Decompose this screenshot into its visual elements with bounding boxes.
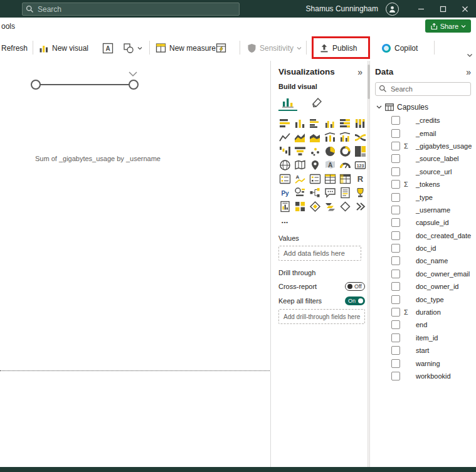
visual-type-qa-visual-icon[interactable] xyxy=(324,186,336,199)
search-input[interactable] xyxy=(36,3,233,15)
field-checkbox[interactable] xyxy=(391,193,400,202)
field-row-start[interactable]: start xyxy=(375,344,471,357)
field-row-_type[interactable]: _type xyxy=(375,191,471,203)
field-row-doc_owner_id[interactable]: doc_owner_id xyxy=(375,280,471,293)
field-row-_tokens[interactable]: Σ_tokens xyxy=(375,178,471,191)
field-checkbox[interactable] xyxy=(391,154,400,163)
visual-type-stacked-column-chart-icon[interactable] xyxy=(294,117,306,130)
visual-type-multi-row-card-icon[interactable] xyxy=(278,172,291,185)
field-checkbox[interactable] xyxy=(391,256,400,265)
user-avatar[interactable] xyxy=(386,3,399,16)
tab-format-visual[interactable] xyxy=(307,94,326,111)
visual-type-100-stacked-column-chart-icon[interactable] xyxy=(354,117,366,130)
field-checkbox[interactable] xyxy=(391,206,400,214)
visual-type-custom-visual-1-icon[interactable] xyxy=(339,200,351,212)
field-checkbox[interactable] xyxy=(391,129,400,138)
visual-type-key-influencers-icon[interactable] xyxy=(294,186,306,199)
visual-type-donut-chart-icon[interactable] xyxy=(339,145,351,157)
close-button[interactable] xyxy=(454,0,476,18)
collapse-visualizations-pane-icon[interactable]: » xyxy=(357,68,362,76)
visual-type-slicer-icon[interactable] xyxy=(309,172,321,185)
data-search-input[interactable] xyxy=(375,82,471,96)
visual-type-arcgis-map-icon[interactable] xyxy=(294,200,306,212)
field-row-workbookid[interactable]: workbookid xyxy=(375,370,471,382)
visual-type-power-automate-icon[interactable] xyxy=(324,200,336,212)
field-checkbox[interactable] xyxy=(391,372,400,380)
report-canvas[interactable]: Sum of _gigabytes_usage by _username xyxy=(0,61,271,467)
field-row-_email[interactable]: _email xyxy=(375,127,471,139)
visual-type-azure-map-icon[interactable]: A xyxy=(324,159,336,171)
field-checkbox[interactable] xyxy=(391,244,400,253)
new-measure-button[interactable]: New measure xyxy=(156,35,216,61)
keep-all-filters-toggle[interactable]: On xyxy=(345,296,365,305)
text-box-button[interactable]: A xyxy=(102,35,114,61)
field-checkbox[interactable] xyxy=(391,320,400,329)
visual-type-smart-narrative-icon[interactable] xyxy=(339,186,351,199)
refresh-button[interactable]: Refresh xyxy=(1,35,28,61)
field-row-_username[interactable]: _username xyxy=(375,204,471,216)
visual-type-matrix-icon[interactable] xyxy=(339,172,351,185)
quick-measure-button[interactable] xyxy=(216,35,226,61)
maximize-button[interactable] xyxy=(432,0,454,18)
visual-type-funnel-chart-icon[interactable] xyxy=(294,145,306,157)
visual-type-100-stacked-bar-chart-icon[interactable] xyxy=(339,117,351,130)
values-dropzone[interactable]: Add data fields here xyxy=(278,246,361,261)
collapse-data-pane-icon[interactable]: » xyxy=(466,68,471,76)
field-checkbox[interactable] xyxy=(391,346,400,355)
field-checkbox[interactable] xyxy=(391,308,400,317)
field-row-_source_url[interactable]: _source_url xyxy=(375,165,471,178)
field-checkbox[interactable] xyxy=(391,218,400,227)
visual-type-area-chart-icon[interactable] xyxy=(294,131,306,144)
field-row-warning[interactable]: warning xyxy=(375,357,471,369)
visual-type-metrics-icon[interactable] xyxy=(354,186,366,199)
visual-type-pie-chart-icon[interactable] xyxy=(324,145,336,157)
visual-type-line-clustered-column-chart-icon[interactable] xyxy=(339,131,351,144)
field-checkbox[interactable] xyxy=(391,333,400,342)
visual-type-shape-map-icon[interactable] xyxy=(309,159,321,171)
table-node-capsules[interactable]: Capsules xyxy=(375,103,471,112)
field-row-_source_label[interactable]: _source_label xyxy=(375,152,471,165)
visual-type-clustered-bar-chart-icon[interactable] xyxy=(309,117,321,130)
copilot-button[interactable]: Copilot xyxy=(381,35,418,61)
cross-report-toggle[interactable]: Off xyxy=(345,282,365,291)
visual-type-scatter-chart-icon[interactable] xyxy=(309,145,321,157)
publish-button[interactable]: Publish xyxy=(319,35,357,61)
field-checkbox[interactable] xyxy=(391,180,400,189)
shapes-button[interactable] xyxy=(123,35,142,61)
more-visuals-icon[interactable]: ... xyxy=(278,214,291,226)
global-search-box[interactable] xyxy=(22,3,240,16)
field-checkbox[interactable] xyxy=(391,116,400,125)
data-search-box[interactable] xyxy=(375,82,471,96)
visual-type-power-apps-icon[interactable] xyxy=(309,200,321,212)
sensitivity-button[interactable]: Sensitivity xyxy=(247,35,302,61)
field-checkbox[interactable] xyxy=(391,282,400,291)
field-row-doc_owner_email[interactable]: doc_owner_email xyxy=(375,268,471,280)
field-row-_gigabytes_usage[interactable]: Σ_gigabytes_usage xyxy=(375,140,471,152)
visual-type-map-icon[interactable] xyxy=(278,159,291,171)
visual-type-line-chart-icon[interactable] xyxy=(278,131,291,144)
field-checkbox[interactable] xyxy=(391,231,400,240)
visual-type-r-script-visual-icon[interactable]: R xyxy=(354,172,366,185)
visual-type-decomposition-tree-icon[interactable] xyxy=(309,186,321,199)
chevron-down-icon[interactable] xyxy=(376,105,382,109)
field-checkbox[interactable] xyxy=(391,295,400,304)
slider-handle-right[interactable] xyxy=(129,80,138,89)
visual-type-gauge-icon[interactable] xyxy=(339,159,351,171)
visual-type-stacked-area-chart-icon[interactable] xyxy=(309,131,321,144)
field-row-end[interactable]: end xyxy=(375,318,471,331)
visual-type-python-visual-icon[interactable]: Py xyxy=(278,186,291,199)
visual-type-treemap-icon[interactable] xyxy=(354,145,366,157)
field-checkbox[interactable] xyxy=(391,142,400,150)
visual-type-card-icon[interactable]: 123 xyxy=(354,159,366,171)
slicer-chevron-icon[interactable] xyxy=(129,72,137,76)
visual-type-table-icon[interactable] xyxy=(324,172,336,185)
field-row-doc_created_date[interactable]: doc_created_date xyxy=(375,229,471,242)
field-checkbox[interactable] xyxy=(391,359,400,368)
drill-through-dropzone[interactable]: Add drill-through fields here xyxy=(278,309,365,324)
field-row-doc_id[interactable]: doc_id xyxy=(375,242,471,254)
ribbon-collapse-chevron[interactable] xyxy=(467,49,473,60)
visual-type-line-stacked-column-chart-icon[interactable] xyxy=(324,131,336,144)
field-row-item_id[interactable]: item_id xyxy=(375,332,471,344)
field-row-doc_name[interactable]: doc_name xyxy=(375,254,471,267)
visual-type-clustered-column-chart-icon[interactable] xyxy=(324,117,336,130)
